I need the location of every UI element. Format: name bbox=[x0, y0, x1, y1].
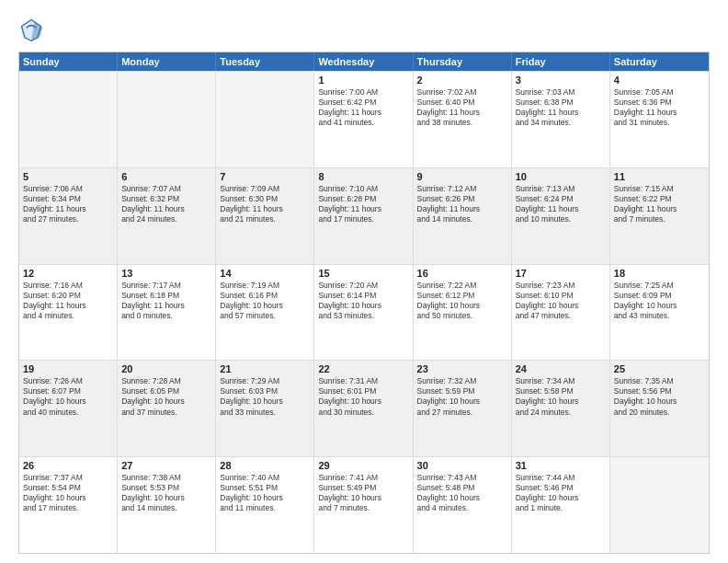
logo bbox=[18, 17, 48, 42]
cell-daylight-info: Sunrise: 7:26 AMSunset: 6:07 PMDaylight:… bbox=[23, 376, 113, 417]
calendar-cell: 31Sunrise: 7:44 AMSunset: 5:46 PMDayligh… bbox=[512, 457, 610, 553]
calendar-body: 1Sunrise: 7:00 AMSunset: 6:42 PMDaylight… bbox=[19, 71, 709, 553]
weekday-header-saturday: Saturday bbox=[610, 52, 709, 71]
calendar-cell: 1Sunrise: 7:00 AMSunset: 6:42 PMDaylight… bbox=[314, 72, 413, 167]
cell-daylight-info: Sunrise: 7:07 AMSunset: 6:32 PMDaylight:… bbox=[121, 184, 211, 224]
day-number: 20 bbox=[121, 363, 211, 374]
calendar-cell: 30Sunrise: 7:43 AMSunset: 5:48 PMDayligh… bbox=[414, 457, 512, 553]
cell-daylight-info: Sunrise: 7:41 AMSunset: 5:49 PMDaylight:… bbox=[318, 473, 408, 513]
weekday-header-thursday: Thursday bbox=[414, 52, 512, 71]
calendar-cell: 21Sunrise: 7:29 AMSunset: 6:03 PMDayligh… bbox=[216, 361, 314, 456]
calendar-cell: 24Sunrise: 7:34 AMSunset: 5:58 PMDayligh… bbox=[512, 361, 610, 456]
calendar-cell: 8Sunrise: 7:10 AMSunset: 6:28 PMDaylight… bbox=[314, 168, 413, 264]
cell-daylight-info: Sunrise: 7:06 AMSunset: 6:34 PMDaylight:… bbox=[23, 184, 113, 224]
calendar-cell: 4Sunrise: 7:05 AMSunset: 6:36 PMDaylight… bbox=[610, 72, 709, 167]
calendar-cell: 25Sunrise: 7:35 AMSunset: 5:56 PMDayligh… bbox=[610, 361, 709, 456]
cell-daylight-info: Sunrise: 7:09 AMSunset: 6:30 PMDaylight:… bbox=[220, 184, 310, 224]
calendar-cell: 28Sunrise: 7:40 AMSunset: 5:51 PMDayligh… bbox=[216, 457, 314, 553]
cell-daylight-info: Sunrise: 7:25 AMSunset: 6:09 PMDaylight:… bbox=[614, 281, 705, 321]
day-number: 1 bbox=[318, 75, 408, 86]
day-number: 29 bbox=[318, 460, 408, 471]
calendar-cell: 3Sunrise: 7:03 AMSunset: 6:38 PMDaylight… bbox=[512, 72, 610, 167]
calendar-row-2: 12Sunrise: 7:16 AMSunset: 6:20 PMDayligh… bbox=[19, 264, 709, 361]
weekday-header-monday: Monday bbox=[118, 52, 216, 71]
cell-daylight-info: Sunrise: 7:20 AMSunset: 6:14 PMDaylight:… bbox=[318, 281, 408, 321]
day-number: 2 bbox=[417, 75, 507, 86]
logo-icon bbox=[18, 17, 44, 42]
day-number: 31 bbox=[516, 460, 606, 471]
cell-daylight-info: Sunrise: 7:31 AMSunset: 6:01 PMDaylight:… bbox=[318, 376, 408, 417]
calendar-cell: 2Sunrise: 7:02 AMSunset: 6:40 PMDaylight… bbox=[414, 72, 512, 167]
day-number: 24 bbox=[516, 363, 606, 374]
calendar-cell bbox=[216, 72, 314, 167]
day-number: 25 bbox=[614, 363, 705, 374]
day-number: 11 bbox=[614, 171, 705, 182]
calendar-cell: 12Sunrise: 7:16 AMSunset: 6:20 PMDayligh… bbox=[19, 265, 118, 361]
cell-daylight-info: Sunrise: 7:22 AMSunset: 6:12 PMDaylight:… bbox=[417, 281, 507, 321]
weekday-header-sunday: Sunday bbox=[19, 52, 118, 71]
day-number: 28 bbox=[220, 460, 310, 471]
cell-daylight-info: Sunrise: 7:23 AMSunset: 6:10 PMDaylight:… bbox=[516, 281, 606, 321]
day-number: 4 bbox=[614, 75, 705, 86]
day-number: 16 bbox=[417, 268, 507, 279]
day-number: 30 bbox=[417, 460, 507, 471]
calendar-cell: 11Sunrise: 7:15 AMSunset: 6:22 PMDayligh… bbox=[610, 168, 709, 264]
calendar-cell: 9Sunrise: 7:12 AMSunset: 6:26 PMDaylight… bbox=[414, 168, 512, 264]
day-number: 22 bbox=[318, 363, 408, 374]
calendar-cell bbox=[19, 72, 118, 167]
day-number: 21 bbox=[220, 363, 310, 374]
cell-daylight-info: Sunrise: 7:00 AMSunset: 6:42 PMDaylight:… bbox=[318, 87, 408, 128]
calendar-cell: 14Sunrise: 7:19 AMSunset: 6:16 PMDayligh… bbox=[216, 265, 314, 361]
calendar-row-3: 19Sunrise: 7:26 AMSunset: 6:07 PMDayligh… bbox=[19, 360, 709, 456]
weekday-header-wednesday: Wednesday bbox=[314, 52, 413, 71]
day-number: 7 bbox=[220, 171, 310, 182]
calendar-cell: 15Sunrise: 7:20 AMSunset: 6:14 PMDayligh… bbox=[314, 265, 413, 361]
cell-daylight-info: Sunrise: 7:43 AMSunset: 5:48 PMDaylight:… bbox=[417, 473, 507, 513]
cell-daylight-info: Sunrise: 7:40 AMSunset: 5:51 PMDaylight:… bbox=[220, 473, 310, 513]
calendar-row-1: 5Sunrise: 7:06 AMSunset: 6:34 PMDaylight… bbox=[19, 167, 709, 264]
calendar-cell bbox=[610, 457, 709, 553]
day-number: 3 bbox=[516, 75, 606, 86]
cell-daylight-info: Sunrise: 7:12 AMSunset: 6:26 PMDaylight:… bbox=[417, 184, 507, 224]
calendar-cell: 10Sunrise: 7:13 AMSunset: 6:24 PMDayligh… bbox=[512, 168, 610, 264]
day-number: 14 bbox=[220, 268, 310, 279]
cell-daylight-info: Sunrise: 7:28 AMSunset: 6:05 PMDaylight:… bbox=[121, 376, 211, 417]
day-number: 12 bbox=[23, 268, 113, 279]
cell-daylight-info: Sunrise: 7:29 AMSunset: 6:03 PMDaylight:… bbox=[220, 376, 310, 417]
cell-daylight-info: Sunrise: 7:38 AMSunset: 5:53 PMDaylight:… bbox=[121, 473, 211, 513]
calendar-header: SundayMondayTuesdayWednesdayThursdayFrid… bbox=[19, 52, 709, 71]
day-number: 8 bbox=[318, 171, 408, 182]
day-number: 26 bbox=[23, 460, 113, 471]
cell-daylight-info: Sunrise: 7:13 AMSunset: 6:24 PMDaylight:… bbox=[516, 184, 606, 224]
cell-daylight-info: Sunrise: 7:32 AMSunset: 5:59 PMDaylight:… bbox=[417, 376, 507, 417]
calendar-cell: 27Sunrise: 7:38 AMSunset: 5:53 PMDayligh… bbox=[118, 457, 216, 553]
calendar-cell: 18Sunrise: 7:25 AMSunset: 6:09 PMDayligh… bbox=[610, 265, 709, 361]
cell-daylight-info: Sunrise: 7:02 AMSunset: 6:40 PMDaylight:… bbox=[417, 87, 507, 128]
cell-daylight-info: Sunrise: 7:37 AMSunset: 5:54 PMDaylight:… bbox=[23, 473, 113, 513]
calendar-cell: 6Sunrise: 7:07 AMSunset: 6:32 PMDaylight… bbox=[118, 168, 216, 264]
day-number: 19 bbox=[23, 363, 113, 374]
cell-daylight-info: Sunrise: 7:19 AMSunset: 6:16 PMDaylight:… bbox=[220, 281, 310, 321]
cell-daylight-info: Sunrise: 7:34 AMSunset: 5:58 PMDaylight:… bbox=[516, 376, 606, 417]
day-number: 15 bbox=[318, 268, 408, 279]
day-number: 9 bbox=[417, 171, 507, 182]
calendar-row-0: 1Sunrise: 7:00 AMSunset: 6:42 PMDaylight… bbox=[19, 71, 709, 167]
calendar-cell: 23Sunrise: 7:32 AMSunset: 5:59 PMDayligh… bbox=[414, 361, 512, 456]
cell-daylight-info: Sunrise: 7:05 AMSunset: 6:36 PMDaylight:… bbox=[614, 87, 705, 128]
calendar-cell: 20Sunrise: 7:28 AMSunset: 6:05 PMDayligh… bbox=[118, 361, 216, 456]
cell-daylight-info: Sunrise: 7:15 AMSunset: 6:22 PMDaylight:… bbox=[614, 184, 705, 224]
cell-daylight-info: Sunrise: 7:03 AMSunset: 6:38 PMDaylight:… bbox=[516, 87, 606, 128]
day-number: 17 bbox=[516, 268, 606, 279]
day-number: 5 bbox=[23, 171, 113, 182]
calendar-cell: 13Sunrise: 7:17 AMSunset: 6:18 PMDayligh… bbox=[118, 265, 216, 361]
cell-daylight-info: Sunrise: 7:10 AMSunset: 6:28 PMDaylight:… bbox=[318, 184, 408, 224]
calendar-cell: 26Sunrise: 7:37 AMSunset: 5:54 PMDayligh… bbox=[19, 457, 118, 553]
calendar-cell: 29Sunrise: 7:41 AMSunset: 5:49 PMDayligh… bbox=[314, 457, 413, 553]
weekday-header-tuesday: Tuesday bbox=[216, 52, 314, 71]
day-number: 6 bbox=[121, 171, 211, 182]
calendar-cell: 16Sunrise: 7:22 AMSunset: 6:12 PMDayligh… bbox=[414, 265, 512, 361]
cell-daylight-info: Sunrise: 7:17 AMSunset: 6:18 PMDaylight:… bbox=[121, 281, 211, 321]
day-number: 27 bbox=[121, 460, 211, 471]
calendar: SundayMondayTuesdayWednesdayThursdayFrid… bbox=[18, 52, 710, 554]
calendar-cell bbox=[118, 72, 216, 167]
